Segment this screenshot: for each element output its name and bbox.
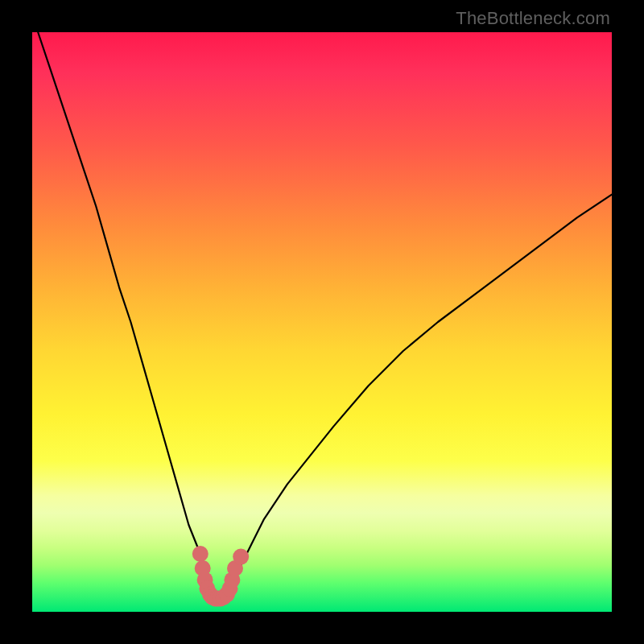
chart-frame: TheBottleneck.com xyxy=(0,0,644,644)
highlight-marker xyxy=(192,546,208,562)
plot-area xyxy=(32,32,612,612)
bottleneck-curve-svg xyxy=(32,32,612,612)
highlight-marker xyxy=(233,549,249,565)
bottleneck-curve-path xyxy=(38,32,612,598)
attribution-watermark: TheBottleneck.com xyxy=(456,8,610,29)
highlight-band-markers xyxy=(192,546,249,606)
